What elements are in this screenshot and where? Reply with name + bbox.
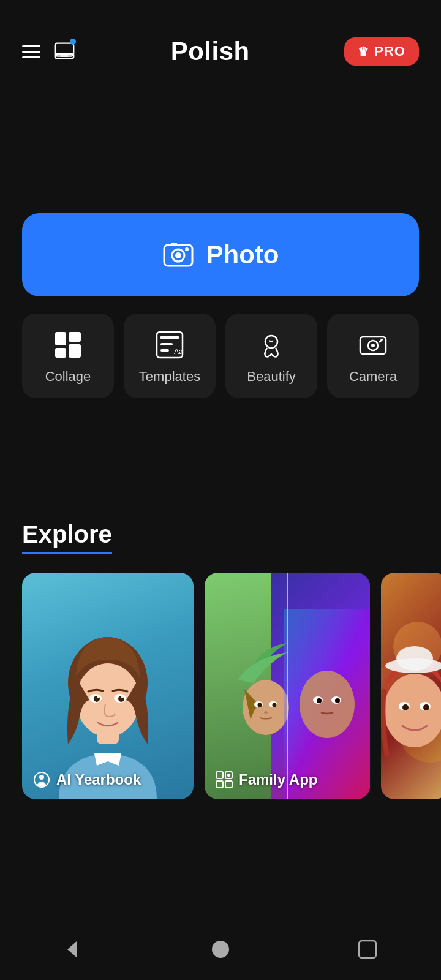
explore-title: Explore — [22, 521, 112, 554]
collage-label: Collage — [45, 369, 91, 385]
svg-point-19 — [371, 344, 375, 347]
notification-dot — [70, 39, 76, 45]
bottom-nav — [0, 925, 441, 980]
svg-rect-14 — [160, 349, 169, 352]
photo-button[interactable]: Photo — [22, 213, 419, 296]
svg-point-57 — [396, 646, 433, 671]
svg-point-30 — [39, 775, 44, 780]
app-title: Polish — [171, 37, 250, 66]
actions-grid: Collage Aa Templates Beautify Camera — [22, 314, 419, 398]
family-app-label: Family App — [216, 771, 317, 788]
home-button[interactable] — [205, 934, 236, 965]
templates-action[interactable]: Aa Templates — [124, 314, 216, 398]
svg-point-38 — [300, 671, 355, 738]
camera-label: Camera — [349, 369, 397, 385]
svg-point-47 — [227, 774, 230, 777]
explore-header: Explore — [22, 521, 419, 554]
crown-icon: ♛ — [358, 44, 369, 59]
svg-point-35 — [273, 703, 277, 707]
svg-point-40 — [317, 698, 322, 703]
svg-point-28 — [121, 696, 124, 698]
third-card[interactable] — [381, 573, 441, 799]
family-icon — [216, 771, 233, 788]
svg-point-53 — [402, 704, 409, 710]
svg-point-6 — [185, 247, 189, 251]
svg-rect-43 — [216, 772, 223, 778]
third-card-figure — [381, 573, 441, 799]
svg-rect-5 — [171, 243, 177, 246]
photo-label: Photo — [206, 240, 279, 270]
svg-rect-45 — [216, 781, 223, 788]
explore-section: Explore — [0, 521, 441, 799]
back-button[interactable] — [58, 934, 89, 965]
svg-point-4 — [175, 252, 181, 258]
ai-yearbook-label: AI Yearbook — [33, 771, 141, 788]
svg-rect-10 — [69, 344, 81, 358]
svg-rect-8 — [55, 348, 66, 358]
svg-rect-12 — [160, 336, 179, 339]
svg-point-42 — [335, 698, 340, 703]
ai-yearbook-icon — [33, 771, 50, 788]
svg-point-33 — [258, 703, 262, 707]
recents-button[interactable] — [352, 934, 383, 965]
pro-badge[interactable]: ♛ PRO — [344, 37, 419, 66]
templates-icon: Aa — [156, 331, 184, 359]
svg-marker-58 — [67, 941, 77, 958]
beautify-icon — [257, 331, 285, 359]
svg-rect-9 — [69, 332, 81, 342]
mid-spacer — [0, 398, 441, 521]
collage-action[interactable]: Collage — [22, 314, 114, 398]
svg-rect-13 — [160, 343, 173, 345]
hero-area — [0, 78, 441, 213]
svg-rect-60 — [359, 941, 376, 958]
app-header: Polish ♛ PRO — [0, 0, 441, 78]
svg-point-55 — [423, 704, 429, 710]
pro-label: PRO — [374, 43, 405, 59]
family-app-card[interactable]: Family App — [205, 573, 370, 799]
header-left — [22, 39, 76, 64]
collage-icon — [54, 331, 82, 359]
menu-icon[interactable] — [22, 45, 40, 58]
camera-action[interactable]: Camera — [327, 314, 419, 398]
svg-point-27 — [97, 696, 99, 698]
svg-point-59 — [212, 941, 229, 958]
inbox-button[interactable] — [53, 39, 76, 64]
camera-icon — [359, 331, 387, 359]
beautify-action[interactable]: Beautify — [225, 314, 317, 398]
beautify-label: Beautify — [247, 369, 296, 385]
svg-rect-7 — [55, 332, 66, 345]
explore-cards: AI Yearbook — [22, 573, 419, 799]
family-app-text: Family App — [239, 771, 317, 788]
svg-text:Aa: Aa — [174, 347, 183, 356]
templates-label: Templates — [139, 369, 200, 385]
svg-rect-46 — [225, 781, 232, 788]
svg-point-36 — [264, 711, 268, 714]
ai-yearbook-card[interactable]: AI Yearbook — [22, 573, 194, 799]
ai-yearbook-text: AI Yearbook — [56, 771, 141, 788]
photo-icon — [162, 239, 194, 271]
